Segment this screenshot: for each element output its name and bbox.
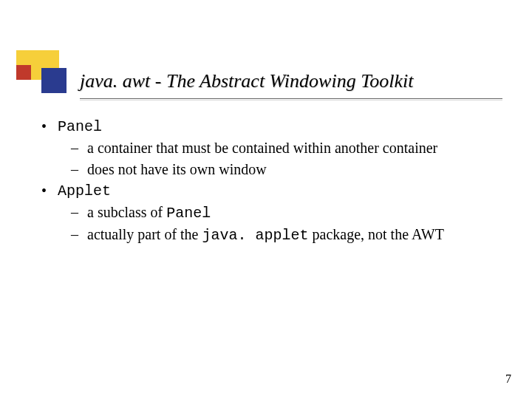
list-item: – a subclass of Panel [71,202,491,223]
dash-icon: – [71,138,87,158]
text-prefix: a subclass of [87,204,166,220]
list-item: • Applet [41,181,491,201]
text-suffix: package, not the AWT [309,226,444,242]
list-item: • Panel [41,117,491,137]
slide-body: • Panel – a container that must be conta… [41,115,491,245]
dash-icon: – [71,202,87,223]
title-container: java. awt - The Abstract Windowing Toolk… [80,71,502,100]
bullet-icon: • [41,181,58,201]
logo-red-square [16,65,31,80]
slide-logo [16,50,69,93]
sub-bullet-text: a subclass of Panel [87,202,211,223]
dash-icon: – [71,225,87,245]
sub-bullet-text: a container that must be contained withi… [87,138,437,158]
bullet-text-applet: Applet [58,181,111,201]
code-text: Panel [166,205,211,222]
dash-icon: – [71,160,87,180]
title-underline-shadow [80,100,502,100]
slide-title: java. awt - The Abstract Windowing Toolk… [80,71,502,99]
sub-bullet-text: does not have its own window [87,160,267,180]
list-item: – does not have its own window [71,160,491,180]
logo-blue-square [41,68,66,93]
code-text: java. applet [202,227,309,244]
list-item: – actually part of the java. applet pack… [71,225,491,245]
bullet-icon: • [41,117,58,137]
text-prefix: actually part of the [87,226,202,242]
sub-bullet-text: actually part of the java. applet packag… [87,225,444,245]
list-item: – a container that must be contained wit… [71,138,491,158]
bullet-text-panel: Panel [58,117,102,137]
page-number: 7 [505,372,511,386]
